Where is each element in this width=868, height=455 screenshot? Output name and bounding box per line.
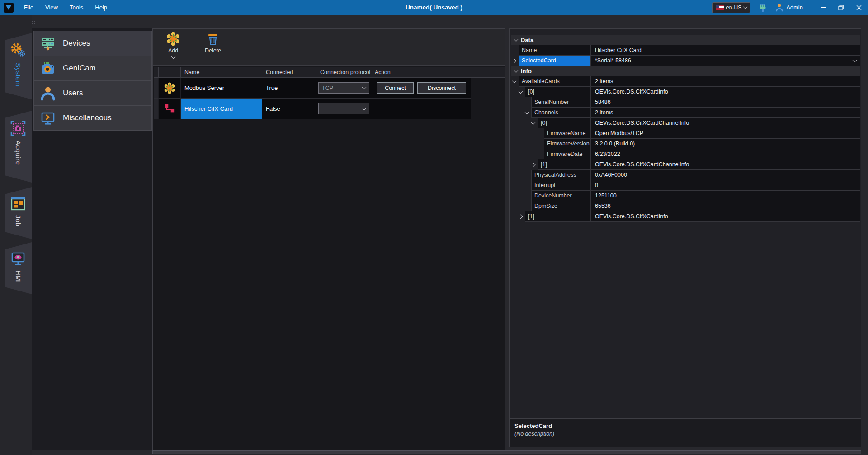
protocol-combobox[interactable] [318,103,369,114]
delete-button[interactable]: Delete [199,32,226,54]
user-account-button[interactable]: Admin [775,3,803,12]
chevron-down-icon[interactable] [519,89,523,94]
property-value[interactable]: 65536 [591,201,860,211]
property-row-interrupt[interactable]: Interrupt 0 [511,180,860,191]
tab-acquire[interactable]: Acquire [5,111,32,183]
property-label[interactable]: [0] [538,118,591,128]
property-value[interactable]: 0 [591,180,860,191]
property-row-firmwaredate[interactable]: FirmwareDate 6/23/2022 [511,149,860,159]
restore-button[interactable] [832,0,850,15]
property-label[interactable]: [0] [525,87,591,97]
menu-file[interactable]: File [18,0,39,15]
property-value[interactable]: OEVis.Core.DS.CifXCardChannelInfo [591,118,860,128]
toolbar-grip[interactable] [32,21,37,26]
table-row-hilscher[interactable]: Hilscher CifX Card False [154,99,506,119]
property-value[interactable]: 2 items [591,76,860,87]
add-button[interactable]: Add [160,32,186,59]
property-label[interactable]: FirmwareName [544,128,591,139]
property-label[interactable]: Channels [531,108,591,118]
property-label[interactable]: DeviceNumber [531,191,591,201]
close-button[interactable] [850,0,868,15]
theme-brush-button[interactable] [758,3,768,13]
property-row-firmwareversion[interactable]: FirmwareVersion 3.2.0.0 (Build 0) [511,139,860,149]
property-row-devicenumber[interactable]: DeviceNumber 1251100 [511,191,860,201]
menu-view[interactable]: View [39,0,64,15]
nav-item-devices[interactable]: Devices [34,31,151,56]
property-value[interactable]: OEVis.Core.DS.CifXCardInfo [591,211,860,222]
chevron-down-icon[interactable] [525,110,529,114]
property-value[interactable]: 6/23/2022 [591,149,860,159]
protocol-combobox[interactable]: TCP [318,82,369,94]
property-label[interactable]: FirmwareVersion [544,139,591,149]
user-name-label: Admin [786,4,803,11]
property-value[interactable]: 58486 [591,97,860,108]
property-value[interactable]: OEVis.Core.DS.CifXCardInfo [591,87,860,97]
row-selector[interactable] [154,78,159,99]
section-data[interactable]: Data [511,35,860,45]
header-action[interactable]: Action [371,67,471,78]
property-label[interactable]: PhysicalAddress [531,170,591,180]
cell-connected: False [262,99,316,119]
header-connected[interactable]: Connected [262,67,316,78]
section-info[interactable]: Info [511,66,860,76]
chevron-down-icon[interactable] [531,120,536,125]
cell-name[interactable]: Modbus Server [181,78,262,99]
add-dropdown-chevron-icon[interactable] [171,54,175,59]
nav-item-miscellaneous[interactable]: Miscellaneous [34,106,151,130]
cell-protocol [316,99,371,119]
header-connection-protocol[interactable]: Connection protocol [316,67,371,78]
property-row-availablecards[interactable]: AvailableCards 2 items [511,76,860,87]
property-value[interactable]: 3.2.0.0 (Build 0) [591,139,860,149]
table-row-modbus[interactable]: Modbus Server True TCP Connect Disconnec… [154,78,506,99]
property-row-card1[interactable]: [1] OEVis.Core.DS.CifXCardInfo [511,211,860,222]
connect-button[interactable]: Connect [377,82,414,94]
nav-item-users[interactable]: Users [34,81,151,106]
property-label[interactable]: AvailableCards [519,76,591,87]
chevron-right-icon[interactable] [512,59,517,63]
property-label[interactable]: Interrupt [531,180,591,191]
property-value[interactable]: OEVis.Core.DS.CifXCardChannelInfo [591,159,860,170]
property-value[interactable]: Hilscher CifX Card [591,45,860,56]
property-value[interactable]: 0xA46F0000 [591,170,860,180]
property-value[interactable]: 1251100 [591,191,860,201]
property-row-physicaladdress[interactable]: PhysicalAddress 0xA46F0000 [511,170,860,180]
tab-job[interactable]: Job [5,187,32,239]
minimize-button[interactable] [814,0,832,15]
property-value[interactable]: 2 items [591,108,860,118]
property-row-selectedcard[interactable]: SelectedCard *Serial* 58486 [511,56,860,66]
chevron-right-icon[interactable] [531,163,536,167]
property-row-channel1[interactable]: [1] OEVis.Core.DS.CifXCardChannelInfo [511,159,860,170]
row-selector[interactable] [154,99,159,119]
disconnect-button[interactable]: Disconnect [417,82,466,94]
chevron-right-icon[interactable] [519,215,523,219]
tab-hmi[interactable]: HMI [5,242,32,294]
property-row-channel0[interactable]: [0] OEVis.Core.DS.CifXCardChannelInfo [511,118,860,128]
horizontal-scrollbar[interactable] [152,450,861,454]
nav-item-users-label: Users [63,89,83,98]
property-value[interactable]: Open Modbus/TCP [591,128,860,139]
chevron-down-icon[interactable] [512,79,517,83]
property-label[interactable]: DpmSize [531,201,591,211]
property-description: SelectedCard (No description) [510,418,861,447]
property-label[interactable]: Name [519,45,591,56]
property-row-card0[interactable]: [0] OEVis.Core.DS.CifXCardInfo [511,87,860,97]
language-selector[interactable]: en-US [712,2,750,13]
property-row-dpmsize[interactable]: DpmSize 65536 [511,201,860,211]
nav-item-genicam[interactable]: GenICam [34,56,151,81]
property-label[interactable]: SerialNumber [531,97,591,108]
cell-name-selected[interactable]: Hilscher CifX Card [181,99,262,119]
property-label[interactable]: FirmwareDate [544,149,591,159]
menu-tools[interactable]: Tools [64,0,89,15]
property-label[interactable]: [1] [538,159,591,170]
modbus-device-icon [159,78,181,99]
menu-help[interactable]: Help [89,0,113,15]
property-row-serialnumber[interactable]: SerialNumber 58486 [511,97,860,108]
property-row-name[interactable]: Name Hilscher CifX Card [511,45,860,56]
property-value-dropdown[interactable]: *Serial* 58486 [591,56,860,66]
property-label[interactable]: SelectedCard [519,56,591,66]
tab-system[interactable]: System [5,33,32,99]
property-row-firmwarename[interactable]: FirmwareName Open Modbus/TCP [511,128,860,139]
property-row-channels[interactable]: Channels 2 items [511,108,860,118]
property-label[interactable]: [1] [525,211,591,222]
header-name[interactable]: Name [181,67,262,78]
